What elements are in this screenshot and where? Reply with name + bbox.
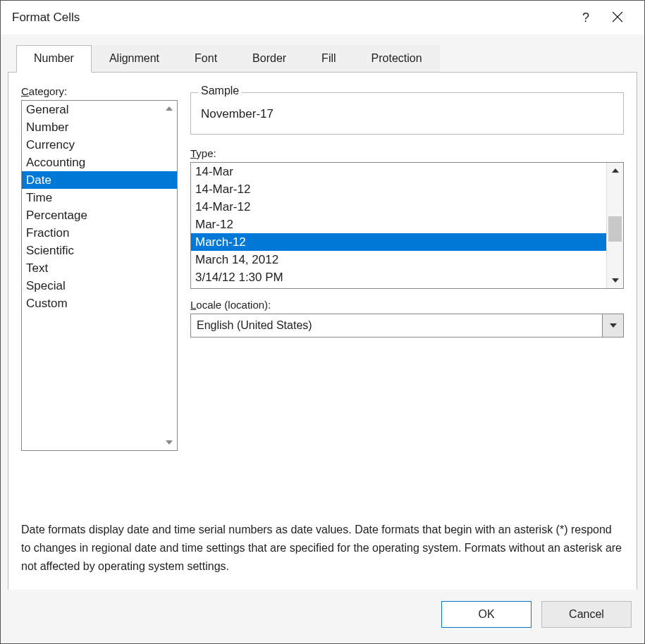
- category-listbox[interactable]: GeneralNumberCurrencyAccountingDateTimeP…: [21, 100, 178, 451]
- close-icon[interactable]: [602, 11, 633, 25]
- scrollbar-thumb[interactable]: [608, 216, 622, 242]
- tab-font[interactable]: Font: [177, 45, 235, 73]
- category-item[interactable]: Custom: [22, 295, 177, 312]
- help-icon[interactable]: ?: [570, 11, 602, 25]
- type-item[interactable]: Mar-12: [191, 216, 606, 233]
- chevron-down-icon[interactable]: [602, 314, 623, 337]
- type-item[interactable]: 14-Mar-12: [191, 180, 606, 198]
- sample-legend: Sample: [198, 85, 242, 97]
- chevron-up-icon[interactable]: [607, 163, 623, 178]
- tab-protection[interactable]: Protection: [354, 45, 440, 73]
- tab-strip: NumberAlignmentFontBorderFillProtection: [1, 44, 644, 72]
- cancel-button[interactable]: Cancel: [541, 601, 632, 628]
- window-title: Format Cells: [12, 11, 80, 25]
- type-item[interactable]: March-12: [191, 233, 606, 251]
- tab-fill[interactable]: Fill: [304, 45, 353, 73]
- title-bar: Format Cells ?: [1, 1, 644, 35]
- type-label: Type:: [190, 147, 624, 159]
- description-text: Date formats display date and time seria…: [21, 521, 624, 576]
- dialog-content: NumberAlignmentFontBorderFillProtection …: [1, 35, 644, 643]
- tab-panel-number: Category: GeneralNumberCurrencyAccountin…: [8, 72, 637, 593]
- category-item[interactable]: Text: [22, 259, 177, 277]
- type-item[interactable]: March 14, 2012: [191, 251, 606, 268]
- locale-label: Locale (location):: [190, 299, 624, 311]
- sample-group: Sample November-17: [190, 92, 624, 135]
- sample-value: November-17: [201, 104, 613, 121]
- category-item[interactable]: Time: [22, 189, 177, 206]
- category-item[interactable]: Currency: [22, 136, 177, 154]
- category-item[interactable]: Number: [22, 118, 177, 136]
- category-item[interactable]: Scientific: [22, 242, 177, 259]
- type-listbox[interactable]: 14-Mar14-Mar-1214-Mar-12Mar-12March-12Ma…: [190, 162, 624, 289]
- chevron-up-icon[interactable]: [163, 102, 176, 115]
- type-item[interactable]: 14-Mar-12: [191, 198, 606, 216]
- locale-value: English (United States): [191, 319, 602, 332]
- category-label: Category:: [21, 85, 178, 97]
- tab-border[interactable]: Border: [235, 45, 304, 73]
- category-item[interactable]: Fraction: [22, 224, 177, 242]
- category-item[interactable]: Percentage: [22, 206, 177, 224]
- tab-number[interactable]: Number: [16, 45, 92, 73]
- category-item[interactable]: Special: [22, 277, 177, 295]
- type-item[interactable]: 14-Mar: [191, 163, 606, 180]
- category-item[interactable]: Date: [22, 171, 177, 189]
- ok-button[interactable]: OK: [441, 601, 532, 628]
- category-item[interactable]: Accounting: [22, 154, 177, 171]
- tab-alignment[interactable]: Alignment: [92, 45, 177, 73]
- chevron-down-icon[interactable]: [607, 273, 623, 288]
- chevron-down-icon[interactable]: [163, 436, 176, 449]
- scrollbar[interactable]: [606, 163, 623, 288]
- category-item[interactable]: General: [22, 101, 177, 118]
- dialog-footer: OK Cancel: [1, 590, 644, 643]
- locale-select[interactable]: English (United States): [190, 314, 624, 338]
- type-item[interactable]: 3/14/12 1:30 PM: [191, 268, 606, 286]
